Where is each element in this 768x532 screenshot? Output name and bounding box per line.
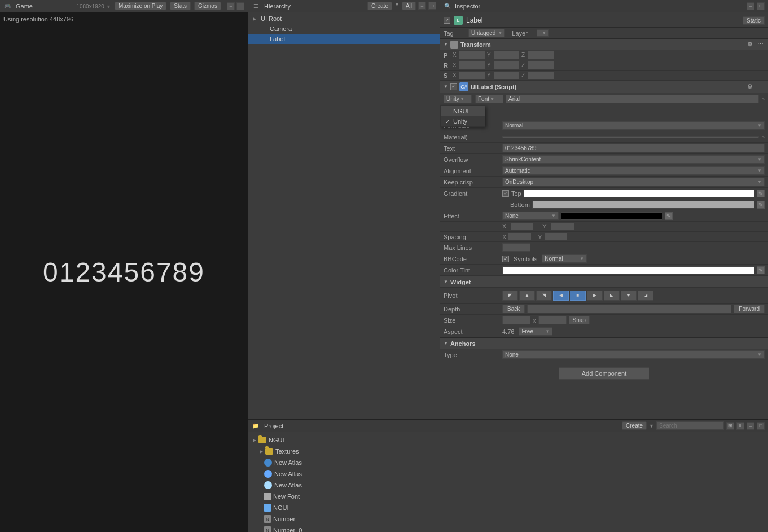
proj-item-atlas-3[interactable]: New Atlas: [248, 480, 768, 491]
dropdown-item-ngui[interactable]: NGUI: [441, 106, 485, 116]
gizmos-btn[interactable]: Gizmos: [194, 2, 221, 10]
proj-item-ngui[interactable]: ▶ NGUI: [248, 434, 768, 446]
text-value[interactable]: 0123456789: [502, 144, 765, 152]
pivot-mid-center-btn[interactable]: ■: [570, 291, 586, 301]
hierarchy-create-btn[interactable]: Create: [367, 2, 392, 10]
stats-btn[interactable]: Stats: [170, 2, 191, 10]
proj-item-ngui-file[interactable]: NGUI: [248, 502, 768, 513]
font-dropdown[interactable]: Font: [475, 95, 503, 103]
gradient-checkbox[interactable]: ✓: [502, 190, 509, 197]
transform-py-input[interactable]: 0: [494, 51, 519, 59]
anchors-type-label: Type: [444, 351, 500, 358]
static-badge[interactable]: Static: [743, 16, 765, 25]
transform-rx-input[interactable]: 0: [459, 61, 485, 69]
gradient-top-swatch[interactable]: [524, 190, 754, 197]
gradient-bottom-swatch[interactable]: [532, 201, 754, 209]
inspector-minimize-btn[interactable]: –: [747, 2, 754, 10]
size-height-input[interactable]: 50: [538, 316, 567, 324]
pivot-bot-right-btn[interactable]: ◢: [638, 291, 653, 301]
game-maximize-btn[interactable]: □: [236, 2, 244, 10]
game-minimize-btn[interactable]: –: [227, 2, 235, 10]
gradient-bottom-picker-btn[interactable]: ✎: [757, 201, 765, 209]
transform-sx-input[interactable]: 1: [459, 72, 485, 79]
add-component-btn[interactable]: Add Component: [559, 367, 650, 380]
transform-sz-input[interactable]: 1: [528, 72, 554, 79]
keep-crisp-dropdown[interactable]: OnDesktop ▼: [502, 178, 765, 186]
maxlines-input[interactable]: 0: [502, 243, 530, 252]
inspector-maximize-btn[interactable]: □: [757, 2, 765, 10]
snap-btn[interactable]: Snap: [569, 316, 590, 324]
effect-color-swatch[interactable]: [561, 212, 662, 220]
font-ref-btn[interactable]: ○: [761, 96, 765, 102]
dropdown-item-unity[interactable]: ✓ Unity: [441, 116, 485, 126]
uilabel-more-btn[interactable]: ⋯: [756, 82, 765, 91]
effect-dropdown[interactable]: None ▼: [502, 212, 559, 220]
uilabel-checkbox[interactable]: ✓: [450, 83, 457, 90]
tag-dropdown[interactable]: Untagged: [468, 29, 505, 37]
tree-item-ui-root[interactable]: ▶ UI Root: [248, 14, 440, 24]
uilabel-section-header[interactable]: ▼ ✓ C# UILabel (Script) ⚙ ⋯: [440, 81, 768, 93]
spacing-y-input[interactable]: 0: [545, 233, 567, 240]
transform-sy-input[interactable]: 1: [494, 72, 519, 79]
tree-item-label[interactable]: Label: [248, 34, 440, 44]
spacing-x-input[interactable]: 0: [508, 233, 531, 240]
tree-item-camera[interactable]: Camera: [248, 24, 440, 34]
pivot-bot-center-btn[interactable]: ▼: [621, 291, 637, 301]
transform-pz-input[interactable]: 0: [528, 51, 554, 59]
project-create-btn[interactable]: Create: [622, 421, 647, 430]
uilabel-settings-btn[interactable]: ⚙: [745, 82, 754, 91]
colortint-picker-btn[interactable]: ✎: [757, 266, 765, 274]
label-enabled-checkbox[interactable]: ✓: [444, 17, 450, 24]
transform-rz-input[interactable]: 0: [528, 61, 554, 69]
pivot-mid-left-btn[interactable]: ◀: [553, 291, 569, 301]
hierarchy-minimize-btn[interactable]: –: [418, 2, 426, 10]
transform-ry-input[interactable]: 0: [494, 61, 519, 69]
project-maximize-btn[interactable]: □: [757, 422, 765, 430]
transform-more-btn[interactable]: ⋯: [756, 40, 765, 49]
effect-x-input[interactable]: 1: [511, 223, 533, 230]
proj-item-number[interactable]: N Number: [248, 513, 768, 525]
proj-item-number0[interactable]: N Number_0: [248, 525, 768, 532]
pivot-top-center-btn[interactable]: ▲: [519, 291, 535, 301]
transform-section-header[interactable]: ▼ Transform ⚙ ⋯: [440, 39, 768, 50]
pivot-top-right-btn[interactable]: ◥: [536, 291, 552, 301]
transform-settings-btn[interactable]: ⚙: [745, 40, 754, 49]
hierarchy-maximize-btn[interactable]: □: [428, 2, 436, 10]
effect-picker-btn[interactable]: ✎: [665, 212, 673, 220]
transform-px-input[interactable]: 0: [459, 51, 485, 59]
overflow-arrow: ▼: [757, 157, 762, 162]
gradient-top-picker-btn[interactable]: ✎: [757, 190, 765, 197]
pivot-top-left-btn[interactable]: ◤: [502, 291, 518, 301]
layer-dropdown[interactable]: [537, 29, 549, 37]
proj-item-new-font[interactable]: New Font: [248, 491, 768, 502]
widget-section-header[interactable]: ▼ Widget: [440, 276, 768, 288]
proj-item-textures[interactable]: ▶ Textures: [248, 446, 768, 457]
pivot-mid-right-btn[interactable]: ▶: [587, 291, 603, 301]
hierarchy-all-btn[interactable]: All: [402, 2, 416, 10]
effect-y-input[interactable]: 1: [551, 223, 574, 230]
anchors-section-header[interactable]: ▼ Anchors: [440, 338, 768, 349]
maximize-on-play-btn[interactable]: Maximize on Play: [115, 2, 166, 10]
depth-back-btn[interactable]: Back: [502, 305, 525, 313]
proj-item-atlas-2[interactable]: New Atlas: [248, 468, 768, 480]
aspect-dropdown[interactable]: Free ▼: [519, 327, 552, 336]
size-width-input[interactable]: 238: [502, 316, 530, 324]
material-ref-btn[interactable]: ○: [761, 134, 765, 140]
depth-input[interactable]: 0: [527, 305, 731, 313]
pivot-bot-left-btn[interactable]: ◣: [604, 291, 620, 301]
project-minimize-btn[interactable]: –: [747, 422, 754, 430]
symbols-dropdown[interactable]: Normal ▼: [542, 254, 587, 263]
anchors-type-dropdown[interactable]: None ▼: [502, 350, 765, 359]
project-list-btn[interactable]: ≡: [736, 422, 744, 430]
project-search-input[interactable]: [656, 421, 724, 430]
bbcode-checkbox[interactable]: ✓: [502, 256, 509, 262]
alignment-dropdown[interactable]: Automatic ▼: [502, 166, 765, 175]
depth-forward-btn[interactable]: Forward: [734, 305, 765, 313]
unity-dropdown[interactable]: Unity: [444, 95, 472, 103]
proj-item-atlas-1[interactable]: New Atlas: [248, 457, 768, 468]
number-icon: N: [264, 515, 271, 523]
font-size-value[interactable]: Normal ▼: [502, 121, 765, 130]
overflow-dropdown[interactable]: ShrinkContent ▼: [502, 155, 765, 164]
project-icon-btn[interactable]: ⊞: [726, 422, 734, 430]
colortint-swatch[interactable]: [502, 266, 754, 274]
